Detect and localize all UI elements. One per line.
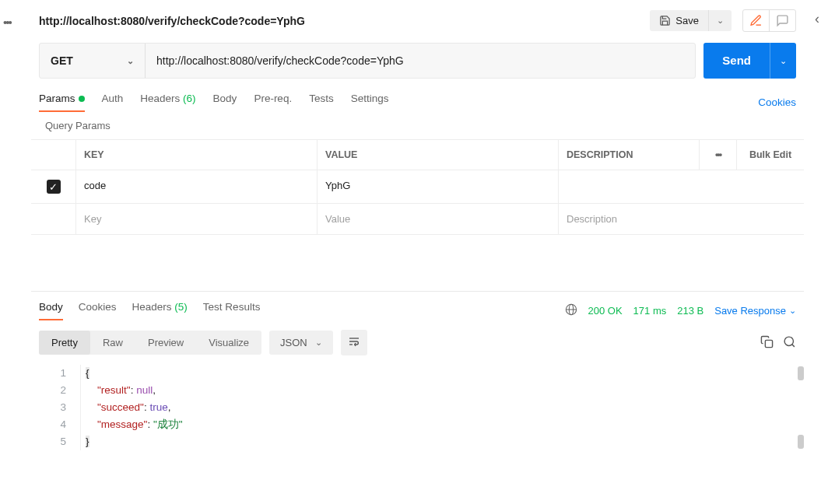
row-checkbox-empty [31, 204, 76, 234]
edit-button[interactable] [743, 10, 770, 31]
search-button[interactable] [783, 335, 796, 351]
chevron-down-icon: ⌄ [315, 338, 322, 348]
tab-params[interactable]: Params [39, 93, 85, 112]
response-body: 1 2 3 4 5 { "result": null, "succeed": t… [31, 362, 804, 453]
http-method-select[interactable]: GET ⌄ [40, 44, 146, 78]
col-options-button[interactable]: ••• [700, 140, 737, 170]
resp-tab-test-results[interactable]: Test Results [203, 301, 261, 320]
col-description: DESCRIPTION [559, 140, 700, 170]
save-dropdown[interactable]: ⌄ [708, 10, 732, 31]
tab-tests[interactable]: Tests [309, 93, 334, 112]
query-params-table: KEY VALUE DESCRIPTION ••• Bulk Edit ✓ co… [31, 139, 804, 235]
tab-body[interactable]: Body [213, 93, 237, 112]
param-desc-placeholder[interactable]: Description [559, 204, 804, 234]
param-desc-input[interactable] [559, 170, 804, 203]
tab-settings[interactable]: Settings [351, 93, 389, 112]
param-value-input[interactable]: YphG [318, 170, 559, 203]
save-button[interactable]: Save [650, 10, 708, 31]
network-icon[interactable] [565, 303, 577, 318]
response-status: 200 OK [588, 305, 623, 317]
param-value-placeholder[interactable]: Value [318, 204, 559, 234]
save-response-button[interactable]: Save Response ⌄ [714, 305, 796, 317]
chevron-down-icon: ⌄ [717, 16, 724, 26]
search-icon [783, 335, 796, 348]
chevron-down-icon: ⌄ [127, 56, 134, 66]
scroll-thumb[interactable] [798, 366, 804, 380]
chevron-down-icon: ⌄ [780, 56, 787, 66]
cookies-link[interactable]: Cookies [758, 96, 796, 108]
row-checkbox[interactable]: ✓ [47, 180, 61, 194]
resp-tab-headers[interactable]: Headers (5) [132, 301, 188, 320]
format-select[interactable]: JSON ⌄ [269, 331, 333, 355]
save-icon [659, 15, 671, 26]
request-title: http://localhost:8080/verify/checkCode?c… [39, 15, 305, 27]
sidebar-collapse-icon[interactable]: ‹ [815, 11, 819, 27]
chevron-down-icon: ⌄ [789, 306, 796, 316]
comment-button[interactable] [770, 10, 795, 31]
modified-dot-icon [79, 96, 85, 102]
table-row-new: Key Value Description [31, 204, 804, 235]
http-method-value: GET [51, 54, 73, 67]
svg-point-6 [784, 337, 793, 345]
table-row: ✓ code YphG [31, 170, 804, 204]
save-label: Save [675, 15, 699, 26]
copy-button[interactable] [760, 335, 774, 351]
param-key-input[interactable]: code [76, 170, 318, 203]
comment-icon [776, 14, 789, 27]
view-visualize[interactable]: Visualize [196, 331, 261, 355]
tab-actions-icon[interactable]: ••• [3, 16, 11, 29]
svg-line-7 [792, 344, 795, 346]
url-input[interactable]: http://localhost:8080/verify/checkCode?c… [146, 44, 695, 78]
pencil-icon [749, 14, 763, 27]
send-dropdown[interactable]: ⌄ [770, 43, 796, 79]
resp-tab-cookies[interactable]: Cookies [79, 301, 117, 320]
bulk-edit-button[interactable]: Bulk Edit [737, 140, 804, 170]
param-key-placeholder[interactable]: Key [76, 204, 318, 234]
line-numbers: 1 2 3 4 5 [31, 365, 81, 450]
svg-rect-5 [765, 340, 772, 347]
copy-icon [760, 335, 774, 348]
wrap-lines-button[interactable] [341, 330, 367, 355]
view-preview[interactable]: Preview [135, 331, 196, 355]
col-key: KEY [76, 140, 318, 170]
wrap-icon [348, 335, 360, 348]
code-content[interactable]: { "result": null, "succeed": true, "mess… [81, 365, 804, 450]
tab-auth[interactable]: Auth [102, 93, 124, 112]
col-value: VALUE [318, 140, 559, 170]
view-raw[interactable]: Raw [90, 331, 135, 355]
col-checkbox [31, 140, 76, 170]
tab-headers[interactable]: Headers (6) [140, 93, 195, 112]
response-time: 171 ms [633, 305, 667, 317]
tab-prereq[interactable]: Pre-req. [254, 93, 292, 112]
response-size: 213 B [677, 305, 703, 317]
send-button[interactable]: Send [703, 43, 770, 79]
query-params-heading: Query Params [31, 112, 804, 139]
scroll-thumb[interactable] [798, 435, 804, 449]
resp-tab-body[interactable]: Body [39, 301, 63, 320]
view-pretty[interactable]: Pretty [39, 331, 90, 355]
